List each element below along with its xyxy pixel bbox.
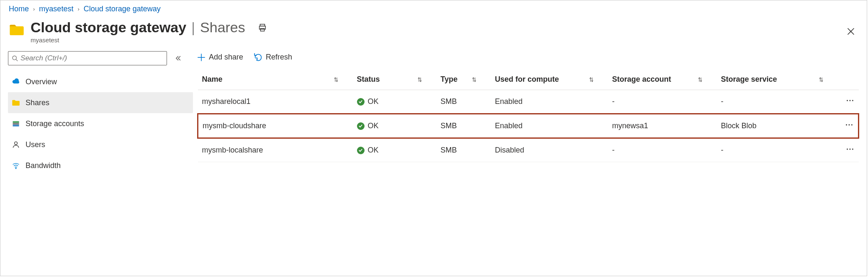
sidebar-item-label: Storage accounts [26,119,84,128]
folder-icon [11,98,21,107]
column-header-account[interactable]: Storage account [612,75,671,84]
cell-status: OK [353,114,437,138]
search-box[interactable] [8,51,167,65]
storage-icon [11,119,21,128]
row-more-button[interactable] [845,145,855,154]
cell-status: OK [353,90,437,114]
chevron-right-icon: › [77,6,79,12]
main-content: Add share Refresh Name Status Type Used … [197,51,867,176]
sidebar-item-label: Bandwidth [26,161,61,170]
sort-icon[interactable] [471,76,478,83]
refresh-button[interactable]: Refresh [254,53,292,62]
cell-compute: Disabled [491,138,608,162]
sidebar-item-storage-accounts[interactable]: Storage accounts [8,113,193,134]
refresh-label: Refresh [266,53,292,62]
svg-rect-7 [13,121,19,123]
svg-point-31 [851,124,853,126]
cell-account: - [608,138,717,162]
sidebar-item-label: Overview [26,78,57,86]
sidebar-item-label: Users [26,140,45,149]
cell-compute: Enabled [491,114,608,138]
status-ok-icon [357,98,365,106]
sort-icon[interactable] [588,76,595,83]
sidebar-item-label: Shares [26,98,49,107]
sort-icon[interactable] [416,76,423,83]
collapse-sidebar-button[interactable] [175,55,181,62]
chevron-right-icon: › [33,6,35,12]
search-input[interactable] [21,54,163,62]
svg-point-11 [15,168,16,169]
breadcrumb-page[interactable]: Cloud storage gateway [84,5,161,13]
cell-type: SMB [437,138,491,162]
refresh-icon [254,53,262,62]
svg-rect-2 [260,28,264,31]
cell-type: SMB [437,114,491,138]
cell-name: mysharelocal1 [198,90,353,114]
sidebar-item-shares[interactable]: Shares [8,92,193,113]
resource-subtitle: myasetest [31,36,267,44]
breadcrumb: Home › myasetest › Cloud storage gateway [0,0,867,15]
cloud-icon [11,78,21,86]
column-header-name[interactable]: Name [202,75,223,84]
svg-point-26 [847,100,848,101]
table-row[interactable]: mysharelocal1OKSMBEnabled-- [198,90,859,114]
command-bar: Add share Refresh [197,51,859,69]
svg-line-6 [16,60,18,61]
svg-point-34 [852,149,853,150]
cell-name: mysmb-localshare [198,138,353,162]
print-icon[interactable] [258,23,267,32]
cell-service: - [717,90,838,114]
column-header-status[interactable]: Status [357,75,380,84]
svg-point-27 [849,100,850,101]
sidebar-item-users[interactable]: Users [8,134,193,155]
cell-account: - [608,90,717,114]
svg-point-10 [15,142,18,145]
breadcrumb-home[interactable]: Home [9,5,29,13]
cell-service: - [717,138,838,162]
folder-icon [9,19,25,39]
svg-point-5 [13,56,16,60]
cell-name: mysmb-cloudshare [198,114,353,138]
title-separator: | [191,19,195,36]
svg-point-30 [849,124,850,126]
table-row[interactable]: mysmb-cloudshareOKSMBEnabledmynewsa1Bloc… [198,114,859,138]
breadcrumb-resource[interactable]: myasetest [39,5,73,13]
svg-rect-8 [13,123,19,124]
cell-service: Block Blob [717,114,838,138]
add-share-label: Add share [209,53,243,62]
column-header-type[interactable]: Type [441,75,458,84]
svg-point-29 [846,124,847,126]
cell-type: SMB [437,90,491,114]
wifi-icon [11,161,21,170]
svg-point-33 [849,149,850,150]
page-section: Shares [200,19,245,36]
sort-icon[interactable] [818,76,824,83]
cell-account: mynewsa1 [608,114,717,138]
status-ok-icon [357,147,365,154]
close-button[interactable] [847,27,855,37]
plus-icon [197,53,205,62]
user-icon [11,140,21,149]
svg-point-28 [852,100,853,101]
row-more-button[interactable] [845,120,854,129]
sidebar-item-overview[interactable]: Overview [8,71,193,92]
sidebar: Overview Shares Storage accounts Users [0,51,197,176]
row-more-button[interactable] [845,96,855,105]
search-icon [12,55,18,62]
status-ok-icon [357,122,365,130]
svg-point-32 [847,149,848,150]
sidebar-item-bandwidth[interactable]: Bandwidth [8,155,193,176]
sort-icon[interactable] [697,76,704,83]
shares-table: Name Status Type Used for compute Storag… [197,69,859,162]
cell-compute: Enabled [491,90,608,114]
page-title: Cloud storage gateway [31,19,186,36]
column-header-service[interactable]: Storage service [721,75,777,84]
sort-icon[interactable] [333,76,339,83]
column-header-compute[interactable]: Used for compute [495,75,559,84]
add-share-button[interactable]: Add share [197,53,243,62]
table-row[interactable]: mysmb-localshareOKSMBDisabled-- [198,138,859,162]
svg-rect-9 [13,125,19,127]
cell-status: OK [353,138,437,162]
